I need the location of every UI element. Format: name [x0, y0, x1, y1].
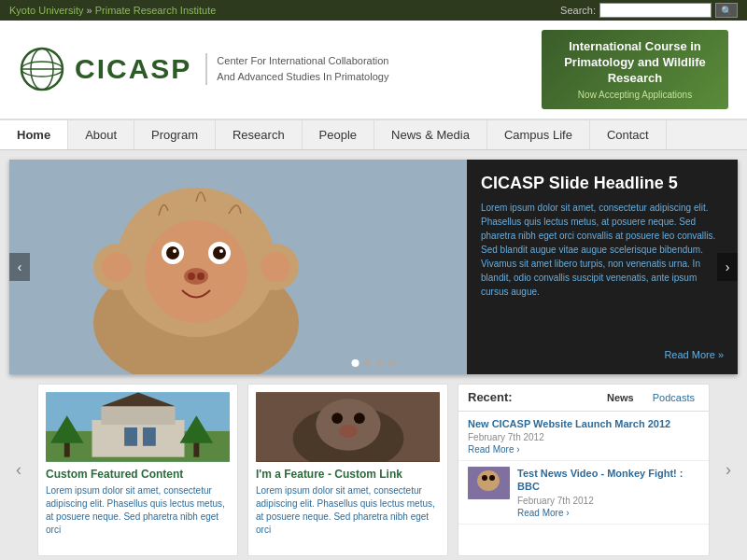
news-item-1: New CICASP Website Launch March 2012 Feb…	[458, 412, 709, 461]
breadcrumb-kyoto[interactable]: Kyoto University	[9, 5, 83, 16]
sidebar: Recent: News Podcasts New CICASP Website…	[458, 384, 710, 556]
svg-point-21	[261, 252, 290, 282]
svg-point-14	[219, 249, 223, 253]
slide-read-more[interactable]: Read More »	[664, 349, 724, 360]
slideshow: CICASP Slide Headline 5 Lorem ipsum dolo…	[9, 160, 738, 374]
sidebar-title: Recent:	[468, 390, 513, 404]
svg-point-38	[339, 425, 358, 438]
slide-headline: CICASP Slide Headline 5	[481, 174, 724, 193]
breadcrumb: Kyoto University » Primate Research Inst…	[9, 5, 216, 16]
banner-title: International Course in Primatology and …	[556, 39, 714, 87]
news-2-read-more[interactable]: Read More ›	[517, 508, 699, 518]
slide-background	[9, 160, 467, 374]
logo-area: CICASP Center For International Collabor…	[19, 46, 388, 92]
svg-point-37	[354, 413, 365, 424]
site-tagline: Center For International Collaboration A…	[217, 53, 388, 86]
nav-item-campus-life[interactable]: Campus Life	[487, 120, 590, 149]
card-2-body: Lorem ipsum dolor sit amet, consectetur …	[256, 484, 440, 537]
news-1-info: New CICASP Website Launch March 2012 Feb…	[468, 417, 699, 455]
slide-body: Lorem ipsum dolor sit amet, consectetur …	[481, 201, 724, 344]
news-item-2: Test News Video - Monkey Fight! : BBC Fe…	[458, 461, 709, 525]
nav-item-research[interactable]: Research	[216, 120, 303, 149]
svg-point-15	[184, 268, 208, 285]
svg-point-17	[197, 273, 204, 280]
sidebar-tab-podcasts[interactable]: Podcasts	[648, 390, 699, 405]
news-1-date: February 7th 2012	[468, 432, 699, 442]
monkey-illustration	[9, 160, 467, 374]
card-1-body: Lorem ipsum dolor sit amet, consectetur …	[46, 484, 230, 537]
main-nav: Home About Program Research People News …	[0, 119, 747, 150]
search-input[interactable]	[599, 3, 712, 18]
slide-image	[9, 160, 467, 374]
tagline-line1: Center For International Collaboration	[217, 55, 388, 66]
search-area: Search: 🔍	[560, 3, 738, 18]
news-2-info: Test News Video - Monkey Fight! : BBC Fe…	[517, 467, 699, 518]
slideshow-prev-button[interactable]: ‹	[9, 253, 30, 281]
svg-rect-27	[124, 427, 137, 446]
bottom-content: ‹	[9, 384, 738, 556]
slideshow-next-button[interactable]: ›	[717, 253, 738, 281]
globe-icon	[19, 46, 65, 92]
svg-point-16	[188, 273, 195, 280]
feature-card-1: Custom Featured Content Lorem ipsum dolo…	[37, 384, 238, 556]
svg-rect-28	[143, 427, 156, 446]
slide-nav	[352, 359, 396, 367]
tagline-line2: And Advanced Studies In Primatology	[217, 71, 388, 82]
svg-point-41	[482, 475, 487, 481]
nav-item-contact[interactable]: Contact	[590, 120, 667, 149]
news-1-read-more[interactable]: Read More ›	[468, 444, 699, 455]
svg-point-19	[102, 252, 132, 282]
card-2-image	[256, 392, 440, 462]
svg-point-13	[173, 249, 176, 253]
svg-point-12	[213, 246, 226, 259]
svg-point-42	[489, 475, 495, 481]
slide-dot-1[interactable]	[352, 359, 359, 367]
news-2-title[interactable]: Test News Video - Monkey Fight! : BBC	[517, 467, 699, 494]
search-label: Search:	[560, 5, 596, 16]
site-name[interactable]: CICASP	[75, 53, 207, 85]
sidebar-header: Recent: News Podcasts	[458, 385, 709, 412]
slide-dot-3[interactable]	[376, 359, 384, 367]
svg-point-11	[166, 246, 179, 259]
nav-item-about[interactable]: About	[68, 120, 134, 149]
nav-item-people[interactable]: People	[303, 120, 374, 149]
news-1-title[interactable]: New CICASP Website Launch March 2012	[468, 417, 699, 430]
card-2-title[interactable]: I'm a Feature - Custom Link	[256, 468, 440, 481]
left-arrow[interactable]: ‹	[9, 460, 28, 480]
slide-dot-2[interactable]	[364, 359, 372, 367]
news-2-thumbnail	[468, 467, 510, 499]
svg-point-36	[331, 413, 343, 424]
breadcrumb-separator: »	[87, 5, 95, 16]
feature-card-2: I'm a Feature - Custom Link Lorem ipsum …	[247, 384, 448, 556]
top-bar: Kyoto University » Primate Research Inst…	[0, 0, 747, 21]
banner-subtitle: Now Accepting Applications	[556, 90, 714, 100]
banner-ad[interactable]: International Course in Primatology and …	[542, 30, 728, 109]
slide-dot-4[interactable]	[388, 359, 396, 367]
search-button[interactable]: 🔍	[715, 3, 738, 18]
header: CICASP Center For International Collabor…	[0, 21, 747, 119]
svg-point-35	[316, 399, 380, 450]
nav-item-news-media[interactable]: News & Media	[374, 120, 487, 149]
svg-rect-25	[101, 406, 175, 425]
nav-item-home[interactable]: Home	[0, 120, 68, 149]
sidebar-tab-news[interactable]: News	[602, 390, 639, 405]
breadcrumb-pri[interactable]: Primate Research Institute	[95, 5, 217, 16]
main-content: CICASP Slide Headline 5 Lorem ipsum dolo…	[0, 150, 747, 560]
nav-item-program[interactable]: Program	[134, 120, 216, 149]
svg-rect-24	[92, 420, 184, 457]
card-1-image	[46, 392, 230, 462]
right-arrow[interactable]: ›	[719, 460, 738, 480]
slide-text-panel: CICASP Slide Headline 5 Lorem ipsum dolo…	[467, 160, 738, 374]
svg-point-40	[477, 470, 500, 491]
card-1-title[interactable]: Custom Featured Content	[46, 468, 230, 481]
news-2-date: February 7th 2012	[517, 496, 699, 506]
